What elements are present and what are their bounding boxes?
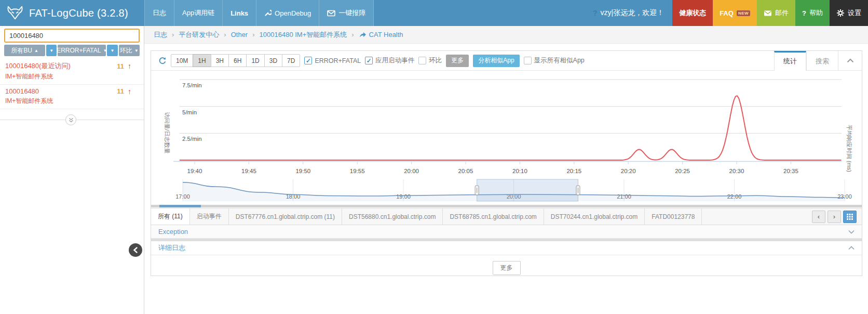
breadcrumb: 日志 平台研发中心 Other 100016480 IM+智能邮件系统 CAT … <box>144 26 868 44</box>
detail-log-section-header[interactable]: 详细日志 <box>151 241 862 255</box>
chevron-up-icon[interactable] <box>848 246 855 250</box>
level-filter-dropdown[interactable]: ERROR+FATAL <box>58 45 106 56</box>
show-all-similar-label: 显示所有相似App <box>534 56 585 65</box>
exception-section-header[interactable]: Exception <box>151 225 862 239</box>
horizontal-scrollbar[interactable] <box>151 205 862 207</box>
app-list-item[interactable]: 100016480 11 ↑ IM+智能邮件系统 <box>0 85 144 109</box>
host-tab-dst67776[interactable]: DST67776.cn1.global.ctrip.com (11) <box>229 208 342 225</box>
breadcrumb-other[interactable]: Other <box>231 31 248 38</box>
error-fatal-checkbox[interactable] <box>304 57 312 64</box>
tabs-grid-view-button[interactable] <box>843 211 857 223</box>
load-more-button[interactable]: 更多 <box>493 261 521 275</box>
chart-canvas[interactable]: 2.5/min5/min7.5/min19:4019:4519:5019:552… <box>151 71 862 203</box>
tabs-scroll-right-button[interactable]: › <box>828 211 841 223</box>
tabs-scroll-left-button[interactable]: ‹ <box>812 211 825 223</box>
view-tabs: 统计 搜索 <box>774 51 862 71</box>
range-3h-button[interactable]: 3H <box>211 54 229 67</box>
breadcrumb-logs[interactable]: 日志 <box>154 30 167 40</box>
mail-button[interactable]: 邮件 <box>757 0 795 26</box>
compare-label: 环比 <box>429 56 442 65</box>
host-tab-startup-events[interactable]: 启动事件 <box>190 208 229 225</box>
welcome-text: ? vzy|张远龙，欢迎！ <box>585 0 672 26</box>
app-list-item[interactable]: 100016480(最近访问) 11 ↑ IM+智能邮件系统 <box>0 59 144 85</box>
top-navigation: 日志 App调用链 Links OpenDebug 一键报障 <box>144 0 374 26</box>
envelope-icon <box>327 10 335 17</box>
time-range-group: 10M 1H 3H 6H 1D 3D 7D <box>171 54 300 67</box>
breadcrumb-separator <box>224 31 226 38</box>
svg-text:19:50: 19:50 <box>295 168 310 174</box>
bu-filter-caret-icon[interactable] <box>46 45 57 56</box>
compare-checkbox[interactable] <box>418 57 426 64</box>
compare-filter-dropdown[interactable]: 环比 <box>119 45 140 56</box>
breadcrumb-separator <box>252 31 254 38</box>
nav-item-opendebug[interactable]: OpenDebug <box>256 0 319 26</box>
range-3d-button[interactable]: 3D <box>264 54 282 67</box>
double-chevron-down-icon <box>69 117 74 123</box>
tab-statistics[interactable]: 统计 <box>774 51 806 71</box>
bu-filter-dropdown[interactable]: 所有BU <box>4 45 45 56</box>
app-brand[interactable]: FAT-LogCube (3.2.8) <box>0 0 144 26</box>
nav-item-links[interactable]: Links <box>222 0 256 26</box>
svg-text:20:20: 20:20 <box>621 168 636 174</box>
range-10m-button[interactable]: 10M <box>171 54 193 67</box>
sidebar-collapse-button[interactable] <box>129 243 142 257</box>
svg-text:20:15: 20:15 <box>566 168 581 174</box>
startup-events-checkbox[interactable] <box>365 57 373 64</box>
trend-up-icon: ↑ <box>128 87 131 96</box>
chevron-down-icon[interactable] <box>848 230 855 234</box>
expand-list-button[interactable] <box>65 114 76 125</box>
stats-panel: 10M 1H 3H 6H 1D 3D 7D ERROR+FATAL 应用启动事件… <box>151 50 862 276</box>
wrench-icon <box>264 9 272 17</box>
app-search-input[interactable] <box>5 32 139 40</box>
share-arrow-icon <box>359 32 367 38</box>
svg-text:20:10: 20:10 <box>512 168 527 174</box>
help-button[interactable]: ? 帮助 <box>795 0 830 26</box>
faq-button[interactable]: FAQ NEW <box>713 0 757 26</box>
refresh-icon[interactable] <box>158 57 167 65</box>
fat-logcube-app: { "header": { "title": "FAT-LogCube (3.2… <box>0 0 868 314</box>
error-trend-chart[interactable]: 2.5/min5/min7.5/min19:4019:4519:5019:552… <box>151 71 862 203</box>
svg-text:19:40: 19:40 <box>187 168 202 174</box>
nav-item-app-trace[interactable]: App调用链 <box>174 0 222 26</box>
host-tab-all[interactable]: 所有 (11) <box>151 208 190 225</box>
tab-search[interactable]: 搜索 <box>806 51 838 71</box>
grid-icon <box>847 214 853 220</box>
nav-item-logs[interactable]: 日志 <box>144 0 174 26</box>
app-list-expander <box>0 114 144 126</box>
app-header: FAT-LogCube (3.2.8) 日志 App调用链 Links Open… <box>0 0 868 26</box>
error-fatal-label: ERROR+FATAL <box>315 57 361 64</box>
tab-strip-controls: ‹ › <box>812 208 862 225</box>
nav-item-report-issue[interactable]: 一键报障 <box>319 0 374 26</box>
y-axis-title-left: 访问量/日志数量 <box>163 89 171 177</box>
range-1h-button[interactable]: 1H <box>193 54 211 67</box>
scrollbar-thumb[interactable] <box>159 205 201 207</box>
level-filter-caret-icon[interactable] <box>107 45 117 56</box>
breadcrumb-app[interactable]: 100016480 IM+智能邮件系统 <box>260 30 347 40</box>
svg-text:20:30: 20:30 <box>729 168 744 174</box>
range-1d-button[interactable]: 1D <box>246 54 264 67</box>
svg-text:20:35: 20:35 <box>783 168 798 174</box>
svg-text:19:55: 19:55 <box>350 168 365 174</box>
more-options-button[interactable]: 更多 <box>446 55 469 67</box>
host-tab-dst68785[interactable]: DST68785.cn1.global.ctrip.com <box>443 208 544 225</box>
range-6h-button[interactable]: 6H <box>228 54 247 67</box>
analyze-similar-apps-button[interactable]: 分析相似App <box>473 55 519 67</box>
breadcrumb-separator <box>172 31 174 38</box>
breadcrumb-department[interactable]: 平台研发中心 <box>179 30 219 40</box>
new-badge: NEW <box>737 10 750 16</box>
host-tab-dst70244[interactable]: DST70244.cn1.global.ctrip.com <box>544 208 645 225</box>
range-7d-button[interactable]: 7D <box>282 54 300 67</box>
app-name: IM+智能邮件系统 <box>5 97 139 106</box>
app-id: 100016480(最近访问) <box>5 61 71 71</box>
host-tab-dst56880[interactable]: DST56880.cn1.global.ctrip.com <box>342 208 443 225</box>
fox-logo-icon <box>6 5 24 21</box>
show-all-similar-checkbox[interactable] <box>524 57 532 64</box>
settings-button[interactable]: 设置 <box>830 0 868 26</box>
health-status-button[interactable]: 健康状态 <box>672 0 713 26</box>
app-search-box <box>4 29 140 43</box>
host-tab-fatd00123778[interactable]: FATD00123778 <box>645 208 702 225</box>
collapse-panel-button[interactable] <box>838 51 862 71</box>
breadcrumb-cat-health[interactable]: CAT Health <box>359 31 403 38</box>
svg-text:19:45: 19:45 <box>241 168 256 174</box>
app-id: 100016480 <box>5 87 39 95</box>
